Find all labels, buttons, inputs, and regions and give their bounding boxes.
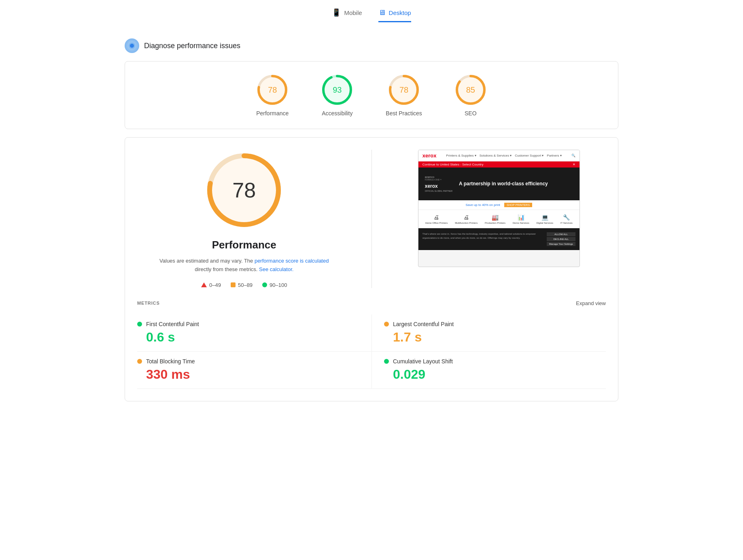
category-it: 🔧 IT Services [560, 214, 573, 224]
category-digital: 💻 Digital Services [537, 214, 553, 224]
detail-section: 78 Performance Values are estimated and … [125, 137, 618, 401]
score-label-accessibility: Accessibility [322, 110, 352, 117]
xerox-country-bar: Continue to United States - Select Count… [418, 161, 580, 168]
metric-total-blocking-time: Total Blocking Time 330 ms [137, 352, 372, 389]
xerox-nav: Printers & Supplies ▾ Solutions & Servic… [446, 154, 561, 157]
score-num-best-practices: 78 [399, 85, 408, 95]
score-circle-performance: 78 [256, 74, 289, 106]
fcp-value: 0.6 s [146, 330, 359, 345]
good-range: 90–100 [270, 282, 287, 288]
lcp-name: Largest Contentful Paint [393, 321, 454, 327]
performance-score-link[interactable]: performance score is calculated [255, 258, 329, 264]
lcp-dot [384, 322, 389, 327]
xerox-tagline: A partnership in world-class efficiency [459, 180, 548, 187]
xerox-logo: xerox [422, 153, 437, 159]
tbt-dot [137, 359, 142, 364]
scores-card: 78 Performance 93 Accessibility [125, 61, 618, 129]
metrics-header: METRICS Expand view [137, 300, 606, 306]
score-item-seo[interactable]: 85 SEO [454, 74, 487, 117]
legend-average: 50–89 [231, 282, 253, 288]
metric-lcp-header: Largest Contentful Paint [384, 321, 606, 327]
xerox-header: xerox Printers & Supplies ▾ Solutions & … [418, 150, 580, 161]
detail-description: Values are estimated and may vary. The p… [159, 257, 329, 274]
expand-view-button[interactable]: Expand view [576, 300, 606, 306]
detail-left: 78 Performance Values are estimated and … [137, 150, 351, 288]
lcp-value: 1.7 s [393, 330, 606, 345]
score-circle-accessibility: 93 [321, 74, 353, 106]
score-item-best-practices[interactable]: 78 Best Practices [386, 74, 422, 117]
calculator-link[interactable]: See calculator. [259, 266, 293, 272]
metric-cumulative-layout-shift: Cumulative Layout Shift 0.029 [372, 352, 606, 389]
decline-all-button[interactable]: DECLINE ALL [547, 237, 575, 241]
legend-fail: 0–49 [201, 282, 221, 288]
tab-mobile[interactable]: 📱 Mobile [332, 8, 362, 22]
metric-cls-header: Cumulative Layout Shift [384, 358, 606, 365]
fcp-dot [137, 322, 142, 327]
cookie-buttons: ALLOW ALL DECLINE ALL Manage Your Settin… [547, 232, 575, 246]
legend-row: 0–49 50–89 90–100 [201, 282, 287, 288]
allow-all-button[interactable]: ALLOW ALL [547, 232, 575, 236]
fail-range: 0–49 [209, 282, 221, 288]
metric-largest-contentful-paint: Largest Contentful Paint 1.7 s [372, 314, 606, 352]
manage-settings-button[interactable]: Manage Your Settings [547, 242, 575, 246]
legend-good: 90–100 [262, 282, 287, 288]
tab-desktop-label: Desktop [389, 9, 411, 16]
website-screenshot: xerox Printers & Supplies ▾ Solutions & … [418, 150, 580, 267]
detail-top: 78 Performance Values are estimated and … [137, 150, 606, 288]
metric-fcp-header: First Contentful Paint [137, 321, 359, 327]
category-multi: 🖨 Multifunction Printers [455, 214, 478, 224]
tbt-name: Total Blocking Time [146, 358, 195, 365]
score-label-seo: SEO [465, 110, 477, 117]
vertical-divider [372, 150, 372, 288]
cls-name: Cumulative Layout Shift [393, 358, 453, 365]
average-range: 50–89 [238, 282, 253, 288]
tbt-value: 330 ms [146, 367, 359, 382]
xerox-bottom: That's where we come in. Xerox has the t… [418, 228, 580, 250]
shop-printers-button[interactable]: SHOP PRINTERS [504, 203, 532, 207]
category-home: 🖨 Home Office Printers [425, 214, 448, 224]
svg-point-1 [130, 44, 134, 48]
tab-bar: 📱 Mobile 🖥 Desktop [125, 8, 618, 26]
xerox-hero: aramco FORMULA ONE™ xerox OFFICIAL GLOBA… [418, 168, 580, 200]
scores-row: 78 Performance 93 Accessibility [133, 74, 610, 117]
detail-title: Performance [212, 239, 276, 251]
score-label-best-practices: Best Practices [386, 110, 422, 117]
score-num-performance: 78 [268, 85, 277, 95]
category-production: 🏭 Production Printers [485, 214, 505, 224]
score-circle-best-practices: 78 [388, 74, 420, 106]
mobile-icon: 📱 [332, 8, 341, 17]
tab-desktop[interactable]: 🖥 Desktop [378, 8, 411, 22]
large-score-num: 78 [232, 178, 256, 202]
diagnose-title: Diagnose performance issues [144, 42, 240, 50]
xerox-partner-logos: aramco FORMULA ONE™ xerox OFFICIAL GLOBA… [425, 176, 452, 192]
score-label-performance: Performance [256, 110, 289, 117]
fail-icon [201, 282, 207, 287]
large-score-circle: 78 [204, 150, 284, 231]
average-icon [231, 282, 236, 287]
desktop-icon: 🖥 [378, 8, 386, 17]
metric-tbt-header: Total Blocking Time [137, 358, 359, 365]
category-demo: 📊 Demo Services [513, 214, 529, 224]
cls-value: 0.029 [393, 367, 606, 382]
score-circle-seo: 85 [454, 74, 487, 106]
metrics-label: METRICS [137, 301, 160, 305]
diagnose-icon [125, 38, 139, 53]
fcp-name: First Contentful Paint [146, 321, 199, 327]
good-icon [262, 282, 267, 287]
xerox-categories: 🖨 Home Office Printers 🖨 Multifunction P… [418, 210, 580, 228]
tab-mobile-label: Mobile [344, 9, 362, 16]
score-num-accessibility: 93 [333, 85, 342, 95]
metrics-section: METRICS Expand view First Contentful Pai… [137, 300, 606, 389]
metrics-grid: First Contentful Paint 0.6 s Largest Con… [137, 314, 606, 389]
score-item-performance[interactable]: 78 Performance [256, 74, 289, 117]
detail-right: xerox Printers & Supplies ▾ Solutions & … [392, 150, 606, 267]
diagnose-header: Diagnose performance issues [125, 38, 618, 53]
metric-first-contentful-paint: First Contentful Paint 0.6 s [137, 314, 372, 352]
score-item-accessibility[interactable]: 93 Accessibility [321, 74, 353, 117]
xerox-promo: Save up to 40% on print SHOP PRINTERS [418, 200, 580, 210]
score-num-seo: 85 [466, 85, 475, 95]
cls-dot [384, 359, 389, 364]
